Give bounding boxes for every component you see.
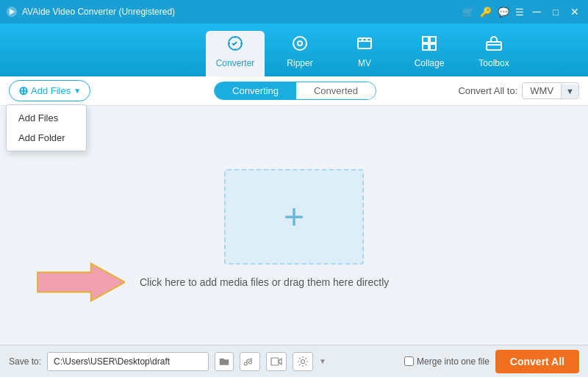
window-controls: 🛒 🔑 💬 ☰ ─ □ ✕: [462, 5, 582, 18]
settings-icon-btn-2[interactable]: [266, 352, 287, 371]
svg-rect-7: [423, 44, 429, 50]
bottombar: Save to: ▼ Merge into one file Convert A…: [0, 345, 588, 377]
add-folder-menu-item[interactable]: Add Folder: [7, 128, 86, 148]
add-files-label: Add Files: [31, 85, 71, 96]
nav-collage-label: Collage: [415, 58, 445, 68]
convert-all-button[interactable]: Convert All: [495, 350, 579, 373]
svg-rect-11: [271, 358, 279, 365]
dropdown-small-arrow[interactable]: ▼: [319, 357, 326, 365]
app-icon: [6, 6, 18, 18]
nav-converter-label: Converter: [216, 58, 255, 68]
nav-item-ripper[interactable]: Ripper: [270, 31, 329, 76]
main-content: + Click here to add media files or drag …: [0, 106, 588, 345]
drop-zone[interactable]: +: [224, 169, 364, 265]
menu-icon[interactable]: ☰: [515, 7, 524, 18]
settings-icon-btn-1[interactable]: [240, 352, 260, 371]
nav-ripper-label: Ripper: [287, 58, 312, 68]
format-select-wrapper[interactable]: WMV ▼: [522, 82, 579, 99]
merge-label: Merge into one file: [417, 356, 490, 367]
navbar: Converter Ripper MV: [0, 24, 588, 76]
video-icon: [270, 356, 282, 367]
mv-icon: [356, 35, 373, 55]
key-icon[interactable]: 🔑: [480, 7, 492, 18]
tab-converting[interactable]: Converting: [215, 82, 296, 99]
add-files-menu-item[interactable]: Add Files: [7, 108, 86, 128]
minimize-button[interactable]: ─: [530, 5, 544, 18]
toolbox-icon: [485, 35, 503, 55]
close-button[interactable]: ✕: [567, 6, 582, 18]
svg-rect-8: [430, 44, 436, 50]
svg-point-12: [301, 359, 305, 363]
tab-group: Converting Converted: [214, 82, 376, 100]
nav-item-collage[interactable]: Collage: [400, 31, 459, 76]
svg-rect-5: [423, 37, 429, 43]
convert-all-to-label: Convert All to:: [458, 85, 517, 96]
gear-icon: [297, 356, 309, 367]
cart-icon[interactable]: 🛒: [462, 7, 474, 18]
chat-icon[interactable]: 💬: [498, 7, 509, 18]
tab-converted[interactable]: Converted: [296, 82, 376, 99]
app-title: AVAide Video Converter (Unregistered): [22, 7, 462, 17]
svg-rect-6: [430, 37, 436, 43]
svg-rect-4: [358, 38, 371, 49]
svg-marker-10: [37, 264, 125, 301]
svg-rect-9: [487, 42, 501, 50]
svg-point-3: [298, 41, 302, 46]
nav-toolbox-label: Toolbox: [478, 58, 509, 68]
converter-icon: [226, 35, 244, 55]
titlebar: AVAide Video Converter (Unregistered) 🛒 …: [0, 0, 588, 24]
nav-item-converter[interactable]: Converter: [206, 31, 265, 76]
hint-text: Click here to add media files or drag th…: [140, 276, 389, 288]
nav-mv-label: MV: [358, 58, 371, 68]
add-files-button[interactable]: ⊕ Add Files ▼: [9, 80, 90, 101]
save-path-input[interactable]: [47, 352, 209, 371]
convert-all-to-section: Convert All to: WMV ▼: [458, 82, 579, 99]
browse-folder-button[interactable]: [215, 352, 234, 371]
toolbar: ⊕ Add Files ▼ Add Files Add Folder Conve…: [0, 76, 588, 106]
arrow-graphic: [37, 260, 125, 304]
hint-area: Click here to add media files or drag th…: [37, 260, 389, 304]
format-value: WMV: [523, 83, 561, 98]
settings-icon-btn-3[interactable]: [293, 352, 313, 371]
nav-item-mv[interactable]: MV: [335, 31, 394, 76]
maximize-button[interactable]: □: [550, 7, 562, 18]
collage-icon: [420, 35, 438, 55]
audio-icon: [244, 356, 256, 367]
ripper-icon: [291, 35, 309, 55]
merge-check-section: Merge into one file: [404, 356, 490, 367]
save-to-label: Save to:: [9, 356, 41, 367]
add-files-dropdown: Add Files Add Folder: [6, 104, 87, 151]
svg-point-2: [293, 37, 306, 50]
dropdown-arrow-icon: ▼: [74, 87, 81, 95]
folder-icon: [219, 356, 229, 367]
nav-item-toolbox[interactable]: Toolbox: [465, 31, 523, 76]
format-dropdown-arrow[interactable]: ▼: [561, 85, 578, 98]
add-icon: ⊕: [18, 84, 28, 98]
merge-checkbox[interactable]: [404, 356, 414, 366]
drop-plus-icon: +: [284, 199, 304, 234]
